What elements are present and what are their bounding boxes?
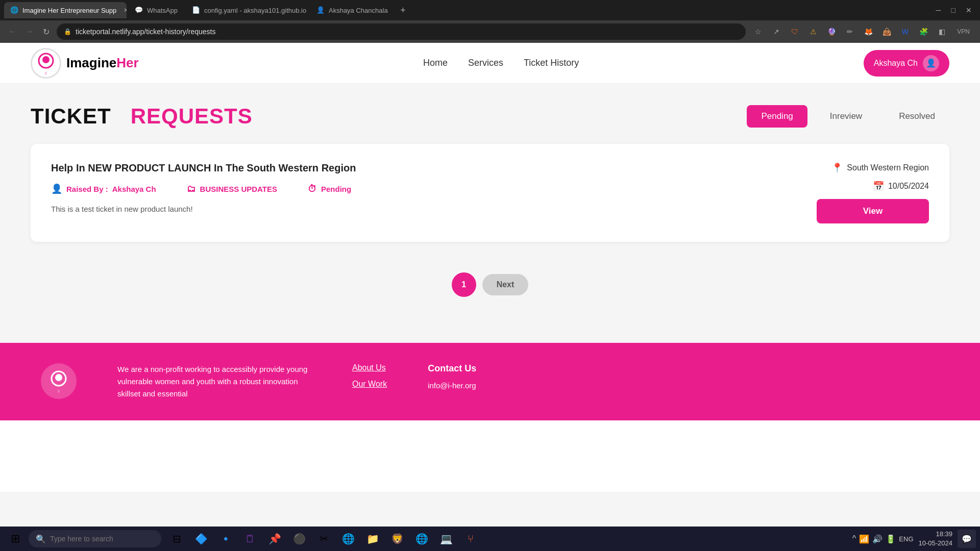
puzzle-icon[interactable]: 🧩 xyxy=(916,24,930,39)
tab-akshaya-label: Akshaya Chanchala xyxy=(329,7,388,14)
svg-point-1 xyxy=(42,56,50,63)
nav-home[interactable]: Home xyxy=(423,58,448,68)
back-button[interactable]: ← xyxy=(6,25,18,38)
tab-config-label: config.yaml - akshaya101.github.io xyxy=(204,7,306,14)
taskbar-chrome-taskbar[interactable]: 🌐 xyxy=(410,528,433,550)
tab-akshaya[interactable]: 👤 Akshaya Chanchala xyxy=(310,2,394,18)
nav-services[interactable]: Services xyxy=(468,58,503,68)
wallet-icon[interactable]: 👜 xyxy=(879,24,894,39)
footer-description: We are a non-profit working to accessibl… xyxy=(117,363,311,400)
view-button[interactable]: View xyxy=(817,199,929,223)
calendar-icon: 📅 xyxy=(873,181,884,192)
taskbar-sticky[interactable]: 📌 xyxy=(263,528,286,550)
new-tab-button[interactable]: + xyxy=(396,3,410,17)
share-icon[interactable]: ↗ xyxy=(769,24,783,39)
filter-buttons: Pending Inreview Resolved xyxy=(747,105,949,128)
window-close[interactable]: ✕ xyxy=(962,4,976,16)
taskbar-app6[interactable]: ⚫ xyxy=(288,528,310,550)
category-item: 🗂 BUSINESS UPDATES xyxy=(187,184,277,194)
nav-ticket-history[interactable]: Ticket History xyxy=(524,58,579,68)
bookmark-icon[interactable]: ☆ xyxy=(751,24,765,39)
tab-whatsapp-favicon: 💬 xyxy=(135,6,143,14)
user-button[interactable]: Akshaya Ch 👤 xyxy=(864,50,949,77)
alert-icon[interactable]: ⚠ xyxy=(806,24,820,39)
nav-links: Home Services Ticket History xyxy=(423,58,579,68)
tray-network[interactable]: 📶 xyxy=(859,534,869,544)
notification-button[interactable]: 💬 xyxy=(958,530,976,548)
main-content: TICKET REQUESTS Pending Inreview Resolve… xyxy=(0,84,980,343)
user-avatar: 👤 xyxy=(923,55,939,71)
page-1-button[interactable]: 1 xyxy=(452,272,476,297)
user-name: Akshaya Ch xyxy=(874,59,918,68)
window-minimize[interactable]: ─ xyxy=(932,4,945,16)
taskbar-vscode[interactable]: 💻 xyxy=(435,528,457,550)
next-page-button[interactable]: Next xyxy=(482,274,529,295)
extensions-icon[interactable]: 🔮 xyxy=(824,24,839,39)
vpn-icon[interactable]: VPN xyxy=(953,24,974,39)
url-text: ticketportal.netlify.app/ticket-history/… xyxy=(76,28,215,36)
address-bar[interactable]: 🔒 ticketportal.netlify.app/ticket-histor… xyxy=(57,23,746,40)
refresh-button[interactable]: ↻ xyxy=(41,25,52,39)
ticket-card: Help In NEW PRODUCT LAUNCH In The South … xyxy=(31,144,949,242)
logo-area[interactable]: ♀ ImagineHer xyxy=(31,48,139,79)
svg-text:♀: ♀ xyxy=(44,70,48,76)
taskbar-onenote[interactable]: 🗒 xyxy=(239,528,261,550)
raised-by-item: 👤 Raised By : Akshaya Ch xyxy=(51,183,156,194)
footer-contact: Contact Us info@i-her.org xyxy=(428,363,476,390)
taskbar-search-icon: 🔍 xyxy=(36,534,46,544)
tab-whatsapp[interactable]: 💬 WhatsApp xyxy=(129,2,184,18)
browser-icons: ☆ ↗ 🛡 ⚠ 🔮 ✏ 🦊 👜 W 🧩 ◧ VPN xyxy=(751,24,974,39)
tab-bar: 🌐 Imagine Her Entrepreneur Supp ✕ 💬 What… xyxy=(0,0,980,20)
logo-icon: ♀ xyxy=(31,48,61,79)
brand-name: ImagineHer xyxy=(66,55,139,71)
footer-logo: ♀ xyxy=(41,363,77,399)
start-button[interactable]: ⊞ xyxy=(4,528,27,550)
taskbar-search-input[interactable] xyxy=(50,535,152,543)
tab-imagineer[interactable]: 🌐 Imagine Her Entrepreneur Supp ✕ xyxy=(4,2,127,18)
clock-time: 18:39 xyxy=(919,530,953,539)
word-icon[interactable]: W xyxy=(898,24,912,39)
taskbar-filemanager[interactable]: 📁 xyxy=(361,528,384,550)
raised-by-label: Raised By : xyxy=(66,185,108,193)
filter-pending[interactable]: Pending xyxy=(747,105,807,128)
taskbar-jetbrains[interactable]: 🔷 xyxy=(190,528,212,550)
tab-config[interactable]: 📄 config.yaml - akshaya101.github.io xyxy=(186,2,308,18)
tab-imagineer-close[interactable]: ✕ xyxy=(124,7,127,14)
tray-lang[interactable]: ENG xyxy=(899,535,913,543)
date-value: 10/05/2024 xyxy=(888,182,929,191)
taskbar-scissors[interactable]: ✂ xyxy=(312,528,335,550)
taskbar-tray: ^ 📶 🔊 🔋 ENG xyxy=(852,534,914,544)
filter-inreview[interactable]: Inreview xyxy=(816,105,876,128)
tray-battery[interactable]: 🔋 xyxy=(886,534,896,544)
footer-link-work[interactable]: Our Work xyxy=(352,380,387,389)
tab-config-favicon: 📄 xyxy=(192,6,200,14)
tray-volume[interactable]: 🔊 xyxy=(872,534,883,544)
brave-icon[interactable]: 🛡 xyxy=(788,24,802,39)
window-maximize[interactable]: □ xyxy=(947,4,960,16)
tab-imagineer-favicon: 🌐 xyxy=(10,6,18,14)
tab-whatsapp-label: WhatsApp xyxy=(147,7,178,14)
filter-resolved[interactable]: Resolved xyxy=(885,105,949,128)
footer-link-about[interactable]: About Us xyxy=(352,363,387,372)
taskbar-search-bar[interactable]: 🔍 xyxy=(29,530,161,547)
taskbar-brave-taskbar[interactable]: 🦁 xyxy=(386,528,408,550)
tab-akshaya-favicon: 👤 xyxy=(316,6,325,14)
browser-chrome: 🌐 Imagine Her Entrepreneur Supp ✕ 💬 What… xyxy=(0,0,980,43)
taskbar-task-view[interactable]: ⊟ xyxy=(165,528,188,550)
taskbar-clock[interactable]: 18:39 10-05-2024 xyxy=(919,530,953,548)
forward-button[interactable]: → xyxy=(23,25,36,38)
sidebar-icon[interactable]: ◧ xyxy=(935,24,949,39)
taskbar-git[interactable]: ⑂ xyxy=(459,528,482,550)
taskbar-app-icons: ⊟ 🔷 🔹 🗒 📌 ⚫ ✂ 🌐 📁 🦁 🌐 💻 ⑂ xyxy=(165,528,482,550)
taskbar-network[interactable]: 🌐 xyxy=(337,528,359,550)
tray-chevron[interactable]: ^ xyxy=(852,534,856,543)
status-item: ⏱ Pending xyxy=(308,184,351,194)
edit-icon[interactable]: ✏ xyxy=(843,24,857,39)
taskbar-phpstorm[interactable]: 🔹 xyxy=(214,528,237,550)
raised-by-value: Akshaya Ch xyxy=(112,185,156,193)
category-icon: 🗂 xyxy=(187,184,196,194)
status-icon: ⏱ xyxy=(308,184,317,194)
navbar: ♀ ImagineHer Home Services Ticket Histor… xyxy=(0,43,980,84)
profile-icon[interactable]: 🦊 xyxy=(861,24,875,39)
footer: ♀ We are a non-profit working to accessi… xyxy=(0,343,980,420)
